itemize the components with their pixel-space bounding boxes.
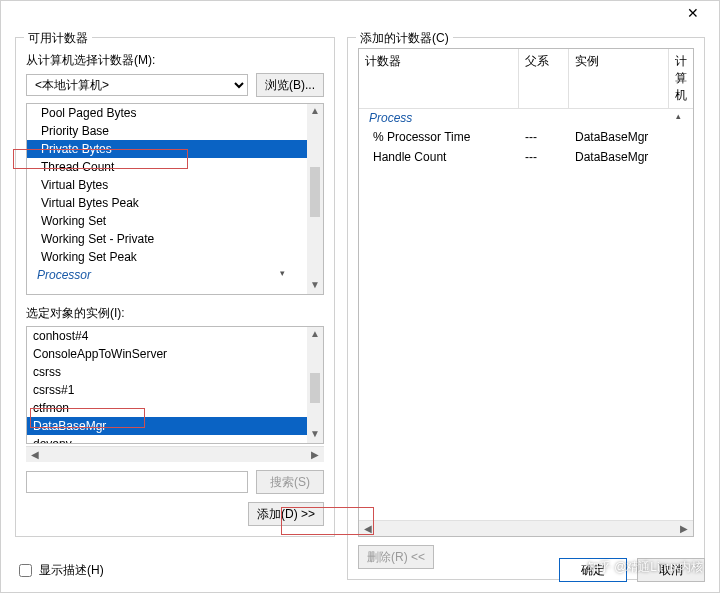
- scroll-up-icon[interactable]: ▲: [307, 327, 323, 343]
- instances-label: 选定对象的实例(I):: [26, 305, 324, 322]
- instance-item[interactable]: DataBaseMgr: [27, 417, 307, 435]
- add-button[interactable]: 添加(D) >>: [248, 502, 324, 526]
- counter-category[interactable]: Processor▾: [27, 266, 307, 284]
- right-panel: 添加的计数器(C) 计数器 父系 实例 计算机 Process▴% Proces…: [347, 31, 705, 580]
- search-input[interactable]: [26, 471, 248, 493]
- dialog-window: ✕ 可用计数器 从计算机选择计数器(M): <本地计算机> 浏览(B)... P…: [0, 0, 720, 593]
- computer-label: 从计算机选择计数器(M):: [26, 52, 324, 69]
- counter-item[interactable]: Working Set Peak: [27, 248, 307, 266]
- counter-item[interactable]: Pool Paged Bytes: [27, 104, 307, 122]
- titlebar: ✕: [1, 1, 719, 27]
- counter-item[interactable]: Private Bytes: [27, 140, 307, 158]
- instance-item[interactable]: ctfmon: [27, 399, 307, 417]
- instance-item[interactable]: ConsoleAppToWinServer: [27, 345, 307, 363]
- counter-item[interactable]: Priority Base: [27, 122, 307, 140]
- available-counters-group: 可用计数器 从计算机选择计数器(M): <本地计算机> 浏览(B)... Poo…: [15, 37, 335, 537]
- table-row[interactable]: % Processor Time---DataBaseMgr: [359, 127, 693, 147]
- show-description-checkbox[interactable]: 显示描述(H): [15, 561, 104, 580]
- counter-item[interactable]: Thread Count: [27, 158, 307, 176]
- scroll-left-icon[interactable]: ◀: [28, 448, 42, 462]
- table-header: 计数器 父系 实例 计算机: [359, 49, 693, 109]
- scroll-right-icon[interactable]: ▶: [308, 448, 322, 462]
- scroll-right-icon[interactable]: ▶: [677, 522, 691, 536]
- table-body: Process▴% Processor Time---DataBaseMgrHa…: [359, 109, 693, 520]
- counter-item[interactable]: Working Set - Private: [27, 230, 307, 248]
- added-category-row[interactable]: Process▴: [359, 109, 693, 127]
- instance-item[interactable]: conhost#4: [27, 327, 307, 345]
- instances-listbox[interactable]: conhost#4ConsoleAppToWinServercsrsscsrss…: [26, 326, 324, 444]
- instance-item[interactable]: devenv: [27, 435, 307, 443]
- added-counters-table: 计数器 父系 实例 计算机 Process▴% Processor Time--…: [358, 48, 694, 537]
- counter-item[interactable]: Virtual Bytes: [27, 176, 307, 194]
- scroll-down-icon[interactable]: ▼: [307, 278, 323, 294]
- scroll-thumb[interactable]: [310, 373, 320, 403]
- group-title-available: 可用计数器: [24, 30, 92, 47]
- watermark: 知乎 @精通Linux内核: [587, 559, 703, 576]
- instance-item[interactable]: csrss#1: [27, 381, 307, 399]
- col-instance[interactable]: 实例: [569, 49, 669, 108]
- dialog-content: 可用计数器 从计算机选择计数器(M): <本地计算机> 浏览(B)... Poo…: [1, 27, 719, 592]
- scroll-down-icon[interactable]: ▼: [307, 427, 323, 443]
- scroll-thumb[interactable]: [310, 167, 320, 217]
- added-counters-group: 添加的计数器(C) 计数器 父系 实例 计算机 Process▴% Proces…: [347, 37, 705, 580]
- scroll-up-icon[interactable]: ▲: [307, 104, 323, 120]
- browse-button[interactable]: 浏览(B)...: [256, 73, 324, 97]
- counter-item[interactable]: Working Set: [27, 212, 307, 230]
- scroll-left-icon[interactable]: ◀: [361, 522, 375, 536]
- col-parent[interactable]: 父系: [519, 49, 569, 108]
- show-description-input[interactable]: [19, 564, 32, 577]
- col-computer[interactable]: 计算机: [669, 49, 693, 108]
- search-button[interactable]: 搜索(S): [256, 470, 324, 494]
- added-hscrollbar[interactable]: ◀ ▶: [359, 520, 693, 536]
- watermark-text: 知乎 @精通Linux内核: [587, 559, 703, 576]
- instance-item[interactable]: csrss: [27, 363, 307, 381]
- counters-listbox[interactable]: Pool Paged BytesPriority BasePrivate Byt…: [26, 103, 324, 295]
- computer-select[interactable]: <本地计算机>: [26, 74, 248, 96]
- show-description-label: 显示描述(H): [39, 562, 104, 579]
- counters-scrollbar[interactable]: ▲ ▼: [307, 104, 323, 294]
- left-panel: 可用计数器 从计算机选择计数器(M): <本地计算机> 浏览(B)... Poo…: [15, 31, 335, 580]
- group-title-added: 添加的计数器(C): [356, 30, 453, 47]
- instances-scrollbar[interactable]: ▲ ▼: [307, 327, 323, 443]
- table-row[interactable]: Handle Count---DataBaseMgr: [359, 147, 693, 167]
- col-counter[interactable]: 计数器: [359, 49, 519, 108]
- counter-item[interactable]: Virtual Bytes Peak: [27, 194, 307, 212]
- close-icon[interactable]: ✕: [673, 4, 713, 24]
- instances-hscrollbar[interactable]: ◀ ▶: [26, 446, 324, 462]
